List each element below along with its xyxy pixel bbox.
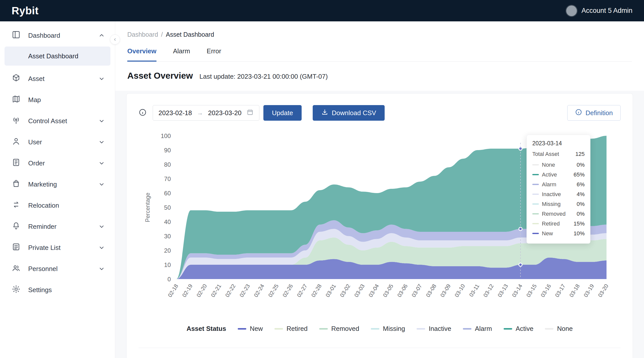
svg-text:03-03: 03-03	[353, 283, 366, 298]
series-swatch	[532, 213, 539, 214]
account-menu[interactable]: Account 5 Admin	[566, 6, 632, 16]
svg-text:02-26: 02-26	[281, 283, 294, 298]
svg-text:03-19: 03-19	[582, 283, 595, 298]
chart-legend: Asset Status New Retired Removed Missing…	[139, 325, 621, 333]
sidebar-collapse-button[interactable]: ‹	[110, 34, 120, 44]
svg-text:03-06: 03-06	[396, 283, 409, 298]
definition-button[interactable]: Definition	[567, 105, 621, 121]
svg-text:70: 70	[164, 175, 171, 182]
svg-text:02-25: 02-25	[267, 283, 280, 298]
svg-text:03-18: 03-18	[568, 283, 581, 298]
chevron-down-icon	[98, 265, 105, 272]
brand-logo[interactable]: Rybit	[12, 5, 39, 17]
date-start-input[interactable]: 2023-02-18	[158, 109, 192, 117]
svg-text:100: 100	[161, 132, 171, 139]
app-root: Rybit Account 5 Admin Dashboard Asset Da…	[0, 0, 644, 358]
sidebar-item-label: User	[28, 138, 42, 146]
marketing-icon	[12, 179, 21, 190]
sidebar-item-personnel[interactable]: Personnel	[0, 258, 115, 279]
dashboard-icon	[12, 30, 21, 41]
svg-text:0: 0	[168, 276, 171, 283]
sidebar-item-control-asset[interactable]: Control Asset	[0, 110, 115, 131]
sidebar-item-marketing[interactable]: Marketing	[0, 174, 115, 195]
svg-text:03-01: 03-01	[324, 283, 337, 298]
legend-item-missing[interactable]: Missing	[371, 325, 405, 333]
svg-text:50: 50	[164, 204, 171, 211]
date-end-input[interactable]: 2023-03-20	[208, 109, 242, 117]
reminder-icon	[12, 221, 21, 232]
legend-item-active[interactable]: Active	[504, 325, 534, 333]
svg-text:03-11: 03-11	[468, 283, 480, 298]
tab-alarm[interactable]: Alarm	[173, 47, 190, 61]
legend-swatch	[274, 328, 283, 330]
legend-item-alarm[interactable]: Alarm	[463, 325, 492, 333]
sidebar-item-label: Dashboard	[28, 32, 60, 39]
series-swatch	[532, 194, 539, 195]
tooltip-row: Removed0%	[532, 209, 585, 219]
svg-text:02-22: 02-22	[224, 283, 237, 298]
svg-text:30: 30	[164, 233, 171, 240]
private-list-icon	[12, 242, 21, 253]
avatar[interactable]	[566, 6, 577, 16]
sidebar-item-label: Personnel	[28, 265, 58, 273]
legend-item-removed[interactable]: Removed	[319, 325, 359, 333]
sidebar-item-dashboard[interactable]: Dashboard	[0, 25, 115, 46]
control-asset-icon	[12, 116, 21, 126]
legend-item-retired[interactable]: Retired	[274, 325, 308, 333]
topbar: Rybit Account 5 Admin	[0, 0, 644, 21]
tooltip-date: 2023-03-14	[532, 140, 585, 147]
legend-swatch	[319, 328, 328, 330]
svg-text:03-08: 03-08	[425, 283, 437, 298]
card-divider	[139, 348, 621, 358]
chevron-down-icon	[98, 223, 105, 230]
sidebar-item-label: Marketing	[28, 181, 57, 188]
svg-text:03-15: 03-15	[525, 283, 538, 298]
sidebar-item-asset-dashboard[interactable]: Asset Dashboard	[5, 47, 110, 66]
legend-item-none[interactable]: None	[545, 325, 573, 333]
info-icon[interactable]	[139, 108, 147, 117]
sidebar-item-label: Relocation	[28, 202, 59, 209]
tab-error[interactable]: Error	[207, 47, 221, 61]
chevron-up-icon	[98, 32, 105, 39]
breadcrumb-dashboard[interactable]: Dashboard	[127, 31, 158, 38]
svg-text:20: 20	[164, 247, 171, 254]
legend-swatch	[504, 328, 512, 330]
series-swatch	[532, 174, 539, 175]
legend-swatch	[463, 328, 471, 330]
date-range-picker[interactable]: 2023-02-18 → 2023-03-20	[153, 105, 259, 121]
tooltip-total-label: Total Asset	[532, 151, 559, 157]
legend-item-new[interactable]: New	[238, 325, 263, 333]
sidebar-item-map[interactable]: Map	[0, 89, 115, 110]
sidebar-item-settings[interactable]: Settings	[0, 279, 115, 300]
download-icon	[321, 109, 328, 117]
sidebar-item-order[interactable]: Order	[0, 153, 115, 174]
sidebar-item-relocation[interactable]: Relocation	[0, 195, 115, 216]
sidebar-item-reminder[interactable]: Reminder	[0, 216, 115, 237]
account-name: Account 5 Admin	[581, 7, 632, 15]
chevron-down-icon	[98, 244, 105, 251]
sidebar-item-private-list[interactable]: Private List	[0, 237, 115, 258]
map-icon	[12, 95, 21, 105]
svg-text:03-13: 03-13	[496, 283, 509, 298]
svg-text:60: 60	[164, 190, 171, 197]
order-icon	[12, 158, 21, 169]
chart-controls: 2023-02-18 → 2023-03-20 Update Download …	[139, 105, 621, 121]
sidebar-item-label: Map	[28, 96, 41, 104]
sidebar-item-label: Control Asset	[28, 117, 67, 125]
download-csv-button[interactable]: Download CSV	[313, 105, 385, 121]
breadcrumb-separator: /	[161, 31, 163, 38]
legend-title: Asset Status	[186, 325, 226, 333]
svg-text:03-12: 03-12	[482, 283, 495, 298]
breadcrumb: Dashboard/Asset Dashboard	[127, 31, 632, 38]
svg-text:03-16: 03-16	[539, 283, 552, 298]
sidebar-item-user[interactable]: User	[0, 131, 115, 153]
legend-swatch	[417, 328, 425, 330]
update-button[interactable]: Update	[263, 105, 302, 121]
asset-status-chart[interactable]: 0102030405060708090100Percentage02-1802-…	[139, 128, 621, 323]
svg-text:Percentage: Percentage	[144, 193, 151, 222]
series-swatch	[532, 164, 539, 165]
sidebar-item-asset[interactable]: Asset	[0, 68, 115, 89]
legend-item-inactive[interactable]: Inactive	[417, 325, 451, 333]
tab-overview[interactable]: Overview	[127, 47, 156, 62]
svg-text:02-21: 02-21	[210, 283, 222, 298]
